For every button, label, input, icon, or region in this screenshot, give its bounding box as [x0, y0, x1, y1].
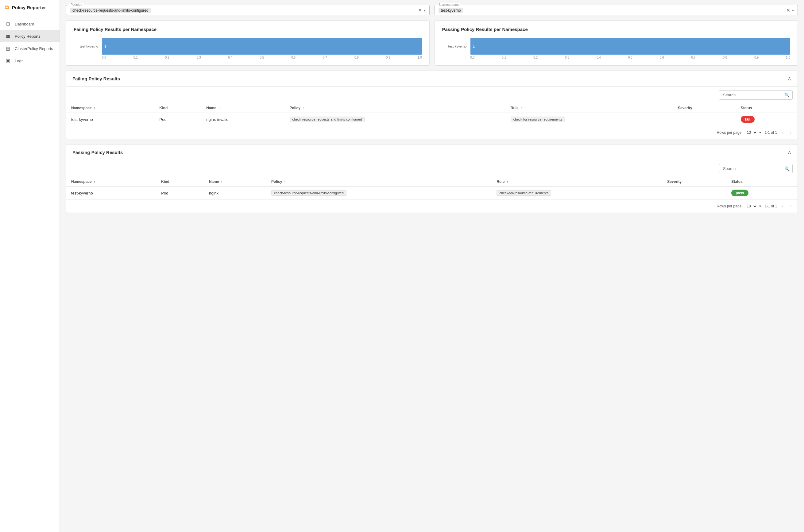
passing-table-footer: Rows per page: 10 25 50 ▾ 1-1 of 1 ‹ ›	[66, 200, 798, 213]
failing-policy-tag: check-resource-requests-and-limits-confi…	[290, 117, 365, 122]
name-sort-icon: ↑	[218, 106, 220, 110]
passing-search-icon: 🔍	[784, 166, 790, 171]
passing-table-row: test-kyverno Pod nginx check-resource-re…	[66, 187, 798, 200]
failing-col-name: Name ↑	[201, 103, 284, 113]
namespace-sort-icon: ↑	[94, 106, 95, 110]
passing-rows-per-page-label: Rows per page:	[717, 204, 743, 208]
failing-x-2: 0.2	[165, 56, 169, 59]
failing-prev-page-button[interactable]: ‹	[781, 129, 785, 136]
passing-pagination-info: 1-1 of 1	[765, 204, 777, 208]
namespaces-clear-button[interactable]: ✕	[786, 8, 791, 13]
failing-results-title: Failing Policy Results	[72, 76, 120, 81]
sidebar-item-policy-reports[interactable]: ▦ Policy Reports	[0, 30, 59, 42]
passing-col-name: Name ↑	[204, 177, 266, 187]
passing-rows-dropdown-icon: ▾	[759, 204, 761, 208]
failing-search-wrap: 🔍	[719, 90, 793, 100]
policies-filter-content: check-resource-requests-and-limits-confi…	[70, 8, 426, 13]
passing-cell-rule: check-for-resource-requirements	[492, 187, 662, 200]
failing-cell-severity	[673, 113, 736, 126]
policies-dropdown-button[interactable]: ▾	[424, 8, 426, 13]
policies-filter-label: Policies	[69, 3, 83, 6]
passing-cell-status: pass	[726, 187, 798, 200]
failing-cell-name: nginx-invalid	[201, 113, 284, 126]
failing-chart-bar-label: test-kyverno	[74, 44, 98, 48]
passing-results-title: Passing Policy Results	[72, 150, 123, 155]
failing-x-9: 0.9	[386, 56, 390, 59]
passing-x-5: 0.5	[628, 56, 633, 59]
failing-cell-rule: check-for-resource-requirements	[506, 113, 673, 126]
policies-clear-button[interactable]: ✕	[417, 8, 423, 13]
sidebar-item-dashboard[interactable]: ⊞ Dashboard	[0, 18, 59, 30]
passing-policy-sort-icon: ↑	[284, 180, 286, 184]
logs-icon: ▣	[5, 58, 11, 64]
failing-table-header-row: Namespace ↑ Kind Name ↑ Policy ↑ Rule ↑ …	[66, 103, 798, 113]
failing-chart-card: Failing Policy Results per Namespace tes…	[66, 20, 430, 66]
failing-rows-per-page-label: Rows per page:	[717, 130, 743, 135]
failing-cell-kind: Pod	[155, 113, 202, 126]
passing-namespace-sort-icon: ↑	[94, 180, 95, 184]
passing-rule-tag: check-for-resource-requirements	[497, 190, 551, 196]
passing-chart-bar: 1	[470, 38, 790, 55]
namespaces-dropdown-button[interactable]: ▾	[792, 8, 794, 13]
failing-cell-policy: check-resource-requests-and-limits-confi…	[285, 113, 506, 126]
passing-results-section: Passing Policy Results ∧ 🔍 Namespace ↑ K…	[66, 144, 798, 213]
policy-sort-icon: ↑	[302, 106, 304, 110]
failing-rows-per-page-select[interactable]: 10 25 50	[745, 130, 758, 136]
passing-x-4: 0.4	[597, 56, 601, 59]
passing-results-header: Passing Policy Results ∧	[66, 145, 798, 160]
sidebar-item-logs[interactable]: ▣ Logs	[0, 55, 59, 67]
namespaces-filter: Namespaces test-kyverno ✕ ▾	[434, 5, 798, 15]
passing-rows-per-page-select[interactable]: 10 25 50	[745, 203, 758, 209]
sidebar-item-policy-reports-label: Policy Reports	[15, 34, 40, 39]
failing-x-7: 0.7	[323, 56, 327, 59]
failing-col-severity: Severity	[673, 103, 736, 113]
policies-filter: Policies check-resource-requests-and-lim…	[66, 5, 430, 15]
failing-x-1: 0.1	[133, 56, 138, 59]
policies-filter-actions: ✕ ▾	[417, 8, 426, 13]
failing-x-8: 0.8	[354, 56, 359, 59]
failing-chart-bar-value: 1	[104, 44, 107, 49]
passing-cell-name: nginx	[204, 187, 266, 200]
passing-name-sort-icon: ↑	[221, 180, 223, 184]
passing-chart-bar-label: test-kyverno	[442, 44, 467, 48]
failing-x-6: 0.6	[291, 56, 296, 59]
failing-rows-dropdown-icon: ▾	[759, 130, 761, 135]
namespaces-filter-actions: ✕ ▾	[786, 8, 794, 13]
sidebar-item-clusterpolicy-reports-label: ClusterPolicy Reports	[15, 46, 53, 51]
sidebar-item-clusterpolicy-reports[interactable]: ▤ ClusterPolicy Reports	[0, 42, 59, 55]
main-content: Policies check-resource-requests-and-lim…	[60, 0, 804, 532]
failing-col-status: Status	[736, 103, 798, 113]
failing-col-namespace: Namespace ↑	[66, 103, 155, 113]
failing-results-table: Namespace ↑ Kind Name ↑ Policy ↑ Rule ↑ …	[66, 103, 798, 126]
passing-search-input[interactable]	[719, 164, 793, 173]
passing-col-policy: Policy ↑	[266, 177, 492, 187]
failing-next-page-button[interactable]: ›	[789, 129, 793, 136]
passing-col-severity: Severity	[662, 177, 726, 187]
passing-chart-title: Passing Policy Results per Namespace	[442, 27, 790, 32]
app-title: Policy Reporter	[12, 5, 46, 10]
passing-chart-bar-value: 1	[473, 44, 475, 49]
passing-cell-kind: Pod	[156, 187, 204, 200]
passing-chart-x-axis: 0.0 0.1 0.2 0.3 0.4 0.5 0.6 0.7 0.8 0.9 …	[442, 56, 790, 59]
passing-next-page-button[interactable]: ›	[789, 203, 793, 210]
passing-table-header-row: Namespace ↑ Kind Name ↑ Policy ↑ Rule ↑ …	[66, 177, 798, 187]
passing-x-6: 0.6	[660, 56, 664, 59]
passing-x-8: 0.8	[723, 56, 727, 59]
passing-x-0: 0.0	[470, 56, 475, 59]
passing-col-status: Status	[726, 177, 798, 187]
passing-prev-page-button[interactable]: ‹	[781, 203, 785, 210]
failing-search-row: 🔍	[66, 87, 798, 103]
failing-rule-tag: check-for-resource-requirements	[511, 117, 565, 122]
passing-results-table: Namespace ↑ Kind Name ↑ Policy ↑ Rule ↑ …	[66, 177, 798, 200]
passing-chart-bar-wrap: 1	[470, 38, 790, 55]
failing-chart-bar-container: test-kyverno 1	[74, 38, 422, 55]
passing-col-kind: Kind	[156, 177, 204, 187]
failing-results-collapse-button[interactable]: ∧	[787, 75, 791, 82]
failing-rows-per-page: Rows per page: 10 25 50 ▾	[717, 130, 761, 136]
failing-chart-bar-wrap: 1	[102, 38, 422, 55]
failing-search-input[interactable]	[719, 90, 793, 100]
failing-cell-namespace: test-kyverno	[66, 113, 155, 126]
failing-x-3: 0.3	[197, 56, 201, 59]
sidebar-item-logs-label: Logs	[15, 59, 23, 63]
passing-results-collapse-button[interactable]: ∧	[787, 149, 791, 155]
